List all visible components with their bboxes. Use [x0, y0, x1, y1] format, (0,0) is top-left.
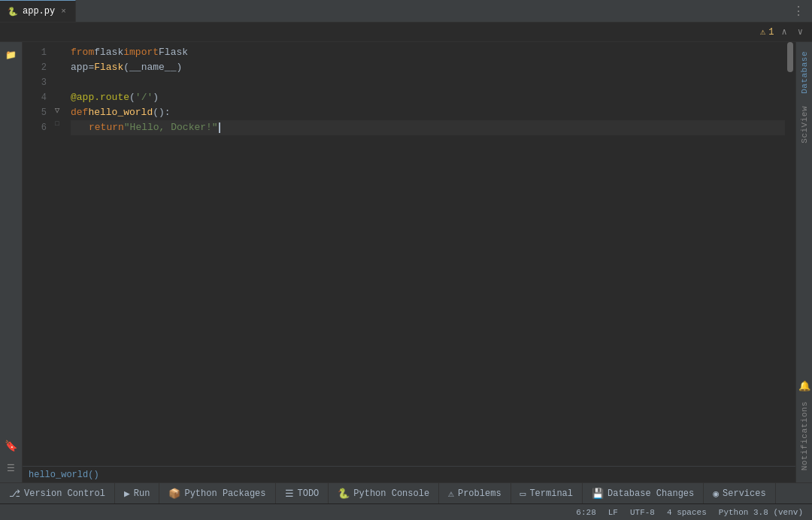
line-num-6: 6 [23, 120, 47, 135]
tool-todo[interactable]: ☰ TODO [276, 483, 329, 503]
tool-problems[interactable]: ⚠ Problems [439, 483, 511, 503]
fold-3 [53, 75, 65, 90]
python-packages-icon: 📦 [168, 488, 180, 500]
warning-up-button[interactable]: ∧ [779, 26, 790, 38]
code-line-2: app = Flask(__name__) [71, 60, 785, 75]
tool-services-label: Services [723, 488, 766, 499]
python-console-icon: 🐍 [338, 488, 350, 500]
fn-hello-world: hello_world [88, 105, 153, 120]
project-icon: 📁 [5, 50, 17, 61]
tool-version-control[interactable]: ⎇ Version Control [0, 483, 115, 503]
paren-route-open: ( [129, 90, 135, 105]
tool-problems-label: Problems [458, 488, 501, 499]
tab-bar: 🐍 app.py × ⋮ [0, 0, 812, 23]
tab-close-button[interactable]: × [59, 6, 68, 17]
paren-route-close: ) [153, 90, 159, 105]
right-panel-sciview[interactable]: SciView [800, 100, 809, 150]
tab-app-py[interactable]: 🐍 app.py × [0, 0, 76, 22]
right-panel-notifications[interactable]: Notifications [800, 395, 809, 476]
main-area: 📁 🔖 ☰ 1 2 3 4 5 6 [0, 42, 812, 482]
fold-6-indicator: □ [53, 120, 62, 135]
var-flask: flask [94, 45, 123, 60]
code-lines[interactable]: from flask import Flask app = Flask(__na… [65, 42, 785, 466]
tool-todo-label: TODO [298, 488, 320, 499]
warning-number: 1 [768, 27, 774, 38]
warning-down-button[interactable]: ∨ [795, 26, 806, 38]
code-line-1: from flask import Flask [71, 45, 785, 60]
line-num-3: 3 [23, 75, 47, 90]
tool-services[interactable]: ◉ Services [704, 483, 775, 503]
warning-count[interactable]: ⚠ 1 [760, 26, 774, 38]
paren-open: ( [123, 60, 129, 75]
version-control-icon: ⎇ [9, 488, 20, 500]
tool-python-packages-label: Python Packages [184, 488, 265, 499]
fold-5-indicator[interactable]: ▽ [53, 105, 62, 120]
tool-python-console-label: Python Console [353, 488, 429, 499]
notification-bell-icon: 🔔 [798, 380, 810, 392]
python-file-icon: 🐍 [8, 7, 18, 17]
fold-2 [53, 60, 65, 75]
todo-icon: ☰ [285, 488, 294, 500]
tool-database-changes[interactable]: 💾 Database Changes [583, 483, 704, 503]
str-route-path: '/' [135, 90, 153, 105]
status-encoding[interactable]: UTF-8 [630, 508, 655, 517]
kw-def: def [71, 105, 88, 120]
fold-1 [53, 45, 65, 60]
tab-filename: app.py [23, 6, 55, 17]
code-line-5: def hello_world(): [71, 105, 785, 120]
code-line-4: @app.route('/') [71, 90, 785, 105]
line-numbers: 1 2 3 4 5 6 [23, 42, 53, 466]
tool-python-console[interactable]: 🐍 Python Console [329, 483, 439, 503]
tool-version-control-label: Version Control [24, 488, 105, 499]
tab-more-button[interactable]: ⋮ [785, 4, 812, 19]
status-bar: 6:28 LF UTF-8 4 spaces Python 3.8 (venv) [0, 503, 812, 520]
tool-terminal-label: Terminal [529, 488, 573, 499]
tool-database-changes-label: Database Changes [607, 488, 694, 499]
tool-run-label: Run [134, 488, 150, 499]
scrollbar-thumb[interactable] [787, 42, 793, 72]
editor-area[interactable]: 1 2 3 4 5 6 ▽ □ from flask import Fl [23, 42, 795, 482]
decorator-route: @app.route [71, 90, 129, 105]
fold-4 [53, 90, 65, 105]
sidebar-icon-structure[interactable]: ☰ [2, 458, 21, 478]
bottom-toolbar: ⎇ Version Control ▶ Run 📦 Python Package… [0, 482, 812, 503]
status-line-ending[interactable]: LF [608, 508, 618, 517]
status-indentation[interactable]: 4 spaces [667, 508, 707, 517]
sidebar-icon-bookmarks[interactable]: 🔖 [2, 436, 21, 455]
status-position[interactable]: 6:28 [576, 508, 595, 517]
kw-from: from [71, 45, 94, 60]
str-hello-docker: "Hello, Docker!" [124, 120, 218, 135]
line-num-4: 4 [23, 90, 47, 105]
var-name: __name__ [129, 60, 176, 75]
code-content: 1 2 3 4 5 6 ▽ □ from flask import Fl [23, 42, 795, 466]
warning-icon: ⚠ [760, 26, 765, 38]
sidebar-icon-project[interactable]: 📁 [2, 45, 21, 65]
line-num-2: 2 [23, 60, 47, 75]
services-icon: ◉ [713, 488, 719, 500]
op-equals: = [88, 60, 94, 75]
left-sidebar: 📁 🔖 ☰ [0, 42, 23, 482]
structure-icon: ☰ [7, 463, 15, 474]
right-panel: Database SciView 🔔 Notifications [795, 42, 812, 482]
fold-area: ▽ □ [53, 42, 65, 466]
code-line-6: return "Hello, Docker!" [71, 120, 785, 135]
line-num-1: 1 [23, 45, 47, 60]
problems-icon: ⚠ [448, 488, 454, 500]
bookmarks-icon: 🔖 [5, 440, 17, 452]
run-icon: ▶ [124, 488, 130, 500]
line-num-5: 5 [23, 105, 47, 120]
warning-bar: ⚠ 1 ∧ ∨ [0, 23, 812, 42]
tool-run[interactable]: ▶ Run [115, 483, 159, 503]
tool-python-packages[interactable]: 📦 Python Packages [159, 483, 275, 503]
right-panel-database[interactable]: Database [800, 45, 809, 100]
paren-close: ) [176, 60, 182, 75]
database-changes-icon: 💾 [592, 488, 604, 500]
var-Flask: Flask [159, 45, 188, 60]
fn-Flask: Flask [94, 60, 123, 75]
status-interpreter[interactable]: Python 3.8 (venv) [719, 508, 803, 517]
gutter-area: hello_world() [23, 466, 795, 482]
tool-terminal[interactable]: ▭ Terminal [511, 483, 583, 503]
scrollbar-area[interactable] [785, 42, 795, 466]
breadcrumb-item[interactable]: hello_world() [29, 470, 99, 480]
kw-return: return [89, 120, 124, 135]
